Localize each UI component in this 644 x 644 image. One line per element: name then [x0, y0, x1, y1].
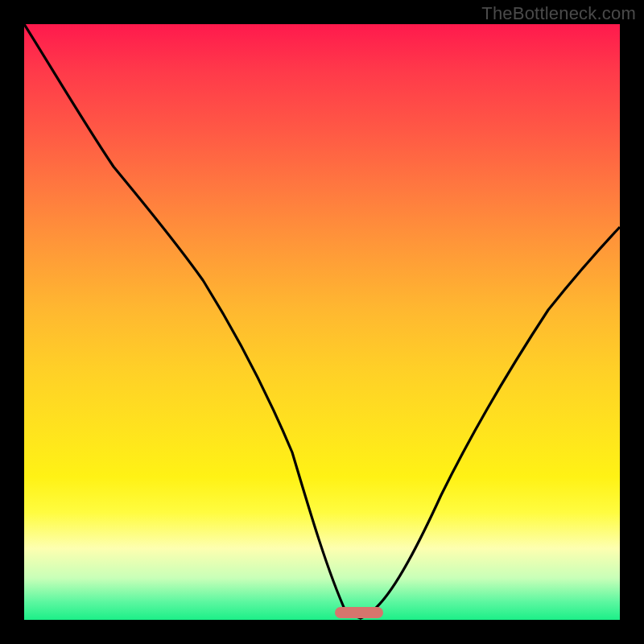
- plot-area: [24, 24, 620, 620]
- chart-frame: TheBottleneck.com: [0, 0, 644, 644]
- bottleneck-marker: [335, 607, 383, 618]
- bottleneck-curve: [24, 24, 620, 618]
- curve-layer: [24, 24, 620, 620]
- attribution-watermark: TheBottleneck.com: [481, 3, 636, 24]
